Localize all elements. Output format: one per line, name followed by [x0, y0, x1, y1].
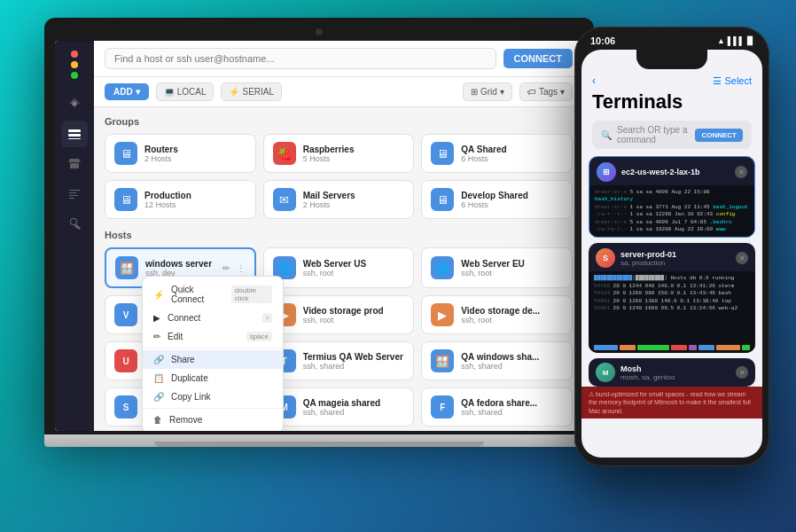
ctx-quick-connect[interactable]: ⚡ Quick Connect double click — [143, 280, 283, 309]
host-icon-windows-server: 🪟 — [115, 256, 138, 279]
phone-connect-button[interactable]: CONNECT — [695, 129, 743, 142]
phone-select-button[interactable]: ☰ Select — [713, 75, 752, 87]
host-card-qa-mageia[interactable]: M QA mageia shared ssh, shared — [263, 387, 415, 426]
group-card-mail-servers[interactable]: ✉ Mail Servers 2 Hosts — [263, 180, 415, 219]
phone-device: 10:06 ▲ ▌▌▌ ▉ ‹ ☰ Select Terminals — [574, 27, 769, 466]
ctx-connect[interactable]: ▶ Connect › — [143, 309, 283, 327]
host-name-qa-fedora: QA fedora share... — [461, 398, 563, 408]
tags-button[interactable]: 🏷 Tags ▾ — [519, 82, 573, 101]
host-icon-video-dev: ▶ — [431, 303, 454, 326]
laptop-bezel: CONNECT ADD ▾ 💻 LOCAL ⚡ — [44, 18, 594, 434]
laptop-device: CONNECT ADD ▾ 💻 LOCAL ⚡ — [44, 18, 594, 447]
tags-label: Tags — [539, 87, 558, 97]
group-card-routers[interactable]: 🖥 Routers 2 Hosts — [105, 134, 256, 173]
host-card-video-dev[interactable]: ▶ Video storage de... ssh, root — [421, 295, 573, 334]
mosh-sub: mosh, sa, gentoo — [620, 373, 730, 381]
groups-section-title: Groups — [105, 116, 573, 127]
host-sub-qa-windows: ssh, shared — [461, 362, 563, 371]
local-label: LOCAL — [177, 87, 207, 97]
host-sub-video-dev: ssh, root — [461, 316, 563, 325]
ctx-connect-label: Connect — [168, 313, 200, 323]
svg-rect-2 — [68, 134, 81, 137]
session-card-mosh[interactable]: M Mosh mosh, sa, gentoo ✕ — [589, 358, 755, 387]
progress-bars — [589, 342, 755, 353]
phone-warning-bar: ⚠ burst-optimized for small spaces - rea… — [581, 387, 762, 418]
signal-icon: ▌▌▌ — [728, 36, 745, 45]
host-card-qa-fedora[interactable]: F QA fedora share... ssh, shared — [421, 387, 573, 426]
close-button[interactable] — [71, 51, 78, 58]
ctx-share-icon: 🔗 — [153, 355, 164, 364]
host-card-termius-qa[interactable]: T Termius QA Web Server ssh, shared — [263, 341, 415, 380]
group-card-develop-shared[interactable]: 🖥 Develop Shared 6 Hosts — [421, 180, 573, 219]
maximize-button[interactable] — [71, 72, 78, 79]
host-sub-video-prod: ssh, root — [303, 316, 405, 325]
group-sub-production: 12 Hosts — [144, 200, 246, 209]
add-label: ADD — [113, 87, 133, 97]
add-chevron-icon: ▾ — [136, 87, 140, 97]
mosh-name: Mosh — [620, 364, 730, 373]
battery-icon: ▉ — [747, 36, 753, 45]
phone-status-bar: 10:06 ▲ ▌▌▌ ▉ — [581, 35, 762, 46]
group-sub-qa-shared: 6 Hosts — [461, 154, 563, 163]
hosts-section-title: Hosts — [105, 230, 573, 240]
ctx-copy-link[interactable]: 🔗 Copy Link — [143, 387, 283, 406]
hosts-grid: 🪟 windows server ssh, dev ✏ ⋮ — [105, 247, 573, 426]
edit-icon[interactable]: ✏ — [222, 263, 230, 273]
session-card-main[interactable]: S server-prod-01 sa, production ✕ ██████… — [589, 243, 755, 353]
search-input[interactable] — [105, 48, 496, 69]
sidebar-item-hosts[interactable] — [61, 121, 88, 147]
ctx-remove[interactable]: 🗑 Remove — [143, 411, 283, 429]
more-icon[interactable]: ⋮ — [237, 263, 246, 273]
minimize-button[interactable] — [71, 61, 78, 68]
session-avatar-ec2: ⊞ — [597, 162, 616, 182]
host-sub-web-server-us: ssh, root — [303, 269, 405, 278]
session-close-ec2[interactable]: ✕ — [735, 166, 747, 178]
connect-button[interactable]: CONNECT — [503, 49, 573, 68]
session-close-main[interactable]: ✕ — [736, 252, 748, 264]
sidebar-item-snippets[interactable] — [61, 181, 88, 207]
ctx-duplicate[interactable]: 📋 Duplicate — [143, 369, 283, 387]
laptop-screen: CONNECT ADD ▾ 💻 LOCAL ⚡ — [55, 41, 583, 431]
ctx-edit[interactable]: ✏ Edit space — [143, 327, 283, 346]
group-icon-production: 🖥 — [114, 188, 137, 211]
group-icon-develop-shared: 🖥 — [431, 188, 454, 211]
ctx-remove-icon: 🗑 — [153, 415, 162, 425]
local-button[interactable]: 💻 LOCAL — [156, 82, 215, 101]
group-name-raspberries: Raspberries — [303, 145, 405, 154]
host-card-qa-windows[interactable]: 🪟 QA windows sha... ssh, shared — [421, 341, 573, 380]
serial-button[interactable]: ⚡ SERIAL — [221, 82, 282, 101]
phone-back-button[interactable]: ‹ — [592, 74, 596, 87]
ctx-copy-link-label: Copy Link — [171, 392, 210, 402]
groups-grid: 🖥 Routers 2 Hosts 🍓 Raspberries — [105, 134, 573, 219]
host-sub-termius-qa: ssh, shared — [303, 362, 405, 371]
terminal-content-ec2: drwxr-xr-x 5 sa sa 4096 Aug 22 15:08 bas… — [589, 185, 754, 237]
host-card-windows-server[interactable]: 🪟 windows server ssh, dev ✏ ⋮ — [105, 247, 256, 288]
mosh-close[interactable]: ✕ — [736, 366, 748, 379]
sidebar-item-settings[interactable] — [61, 90, 88, 117]
host-card-web-server-eu[interactable]: 🌐 Web Server EU ssh, root — [421, 247, 573, 288]
terminal-content-main: ████████████[█████████] Hosts db 0.6 run… — [589, 271, 755, 342]
host-icon-ubuntu: U — [114, 349, 137, 372]
host-card-web-server-us[interactable]: 🌐 Web Server US ssh, root — [263, 247, 415, 288]
search-icon: 🔍 — [601, 130, 612, 140]
session-card-ec2[interactable]: ⊞ ec2-us-west-2-lax-1b ✕ drwxr-xr-x 5 sa… — [589, 156, 755, 238]
scroll-area[interactable]: Groups 🖥 Routers 2 Hosts 🍓 — [94, 107, 583, 431]
ctx-duplicate-label: Duplicate — [171, 373, 208, 383]
phone-search-bar[interactable]: 🔍 Search OR type a command CONNECT — [592, 121, 752, 149]
group-card-production[interactable]: 🖥 Production 12 Hosts — [105, 180, 256, 219]
host-card-video-prod[interactable]: ▶ Video storage prod ssh, root — [263, 295, 415, 334]
sidebar-item-keys[interactable] — [61, 211, 88, 238]
mosh-header: M Mosh mosh, sa, gentoo ✕ — [589, 358, 755, 387]
grid-view-button[interactable]: ⊞ Grid ▾ — [463, 82, 512, 101]
group-card-raspberries[interactable]: 🍓 Raspberries 5 Hosts — [263, 134, 415, 173]
session-name-main: server-prod-01 — [620, 250, 730, 259]
ctx-edit-label: Edit — [168, 332, 183, 341]
group-card-qa-shared[interactable]: 🖥 QA Shared 6 Hosts — [421, 134, 573, 173]
server-icon: ⊞ — [603, 168, 610, 176]
sidebar-item-connections[interactable] — [61, 151, 88, 177]
ctx-remove-label: Remove — [169, 415, 202, 425]
add-button[interactable]: ADD ▾ — [105, 83, 149, 100]
group-name-routers: Routers — [144, 145, 246, 154]
ctx-share[interactable]: 🔗 Share — [143, 350, 283, 369]
group-name-mail-servers: Mail Servers — [303, 191, 405, 200]
